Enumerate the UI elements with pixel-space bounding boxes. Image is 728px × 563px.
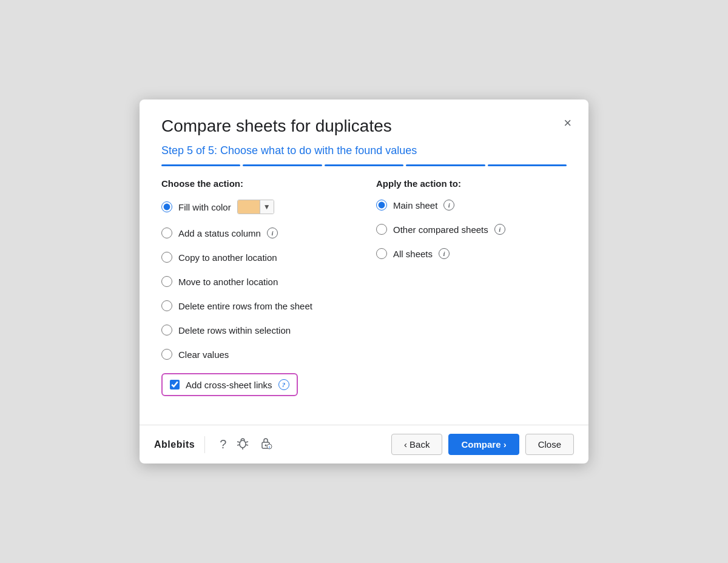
- close-icon[interactable]: ×: [561, 114, 574, 132]
- info-icon-status[interactable]: i: [267, 228, 278, 238]
- info-icon-cross-sheet[interactable]: ?: [278, 379, 289, 390]
- progress-segment-2: [243, 164, 322, 166]
- radio-delete-rows[interactable]: [161, 300, 172, 311]
- option-other-sheets: Other compared sheets i: [376, 224, 567, 235]
- svg-line-1: [237, 442, 240, 442]
- progress-segment-1: [161, 164, 240, 166]
- close-button[interactable]: Close: [525, 434, 574, 455]
- label-delete-selection: Delete rows within selection: [178, 325, 291, 335]
- compare-button[interactable]: Compare ›: [448, 434, 519, 455]
- svg-line-2: [246, 442, 248, 442]
- option-all-sheets: All sheets i: [376, 248, 567, 259]
- footer-divider: [204, 436, 205, 453]
- radio-move-location[interactable]: [161, 276, 172, 287]
- progress-segment-4: [406, 164, 485, 166]
- option-status-column: Add a status column i: [161, 228, 352, 238]
- label-copy-location: Copy to another location: [178, 252, 277, 263]
- dialog-title: Compare sheets for duplicates: [161, 116, 567, 136]
- dialog-footer: Ablebits ? i ‹ Back Com: [140, 425, 588, 464]
- option-clear-values: Clear values: [161, 349, 352, 360]
- cross-sheet-links-row: Add cross-sheet links ?: [161, 373, 298, 396]
- label-clear-values: Clear values: [178, 349, 229, 360]
- step-label-prefix: Step 5 of 5:: [161, 144, 220, 157]
- progress-bar: [161, 164, 567, 166]
- option-main-sheet: Main sheet i: [376, 200, 567, 211]
- bug-button[interactable]: [231, 435, 254, 454]
- brand-label: Ablebits: [154, 439, 195, 450]
- progress-segment-5: [488, 164, 567, 166]
- svg-point-7: [265, 445, 267, 447]
- radio-clear-values[interactable]: [161, 349, 172, 360]
- radio-all-sheets[interactable]: [376, 248, 387, 259]
- step-label: Step 5 of 5: Choose what to do with the …: [161, 144, 567, 157]
- help-button[interactable]: ?: [215, 436, 231, 453]
- info-icon-main-sheet[interactable]: i: [443, 200, 454, 211]
- right-column: Apply the action to: Main sheet i Other …: [376, 178, 567, 413]
- info-icon-other-sheets[interactable]: i: [494, 224, 505, 235]
- radio-copy-location[interactable]: [161, 252, 172, 263]
- radio-main-sheet[interactable]: [376, 200, 387, 211]
- radio-other-sheets[interactable]: [376, 224, 387, 235]
- label-move-location: Move to another location: [178, 277, 278, 287]
- label-status-column: Add a status column: [178, 228, 261, 238]
- info-icon-all-sheets[interactable]: i: [439, 248, 450, 259]
- columns-container: Choose the action: Fill with color ▼ Add…: [161, 178, 567, 413]
- svg-line-3: [237, 445, 240, 445]
- checkbox-cross-sheet-links[interactable]: [170, 380, 180, 389]
- step-label-text: Choose what to do with the found values: [220, 144, 417, 157]
- color-dropdown[interactable]: ▼: [260, 200, 274, 214]
- left-col-header: Choose the action:: [161, 178, 352, 189]
- option-move-location: Move to another location: [161, 276, 352, 287]
- option-delete-selection: Delete rows within selection: [161, 325, 352, 335]
- option-fill-color: Fill with color ▼: [161, 200, 352, 214]
- back-button[interactable]: ‹ Back: [391, 434, 443, 455]
- label-all-sheets: All sheets: [393, 249, 433, 259]
- radio-status-column[interactable]: [161, 228, 172, 238]
- radio-delete-selection[interactable]: [161, 325, 172, 335]
- progress-segment-3: [325, 164, 403, 166]
- color-swatch[interactable]: ▼: [237, 200, 274, 214]
- svg-point-0: [240, 440, 246, 448]
- label-delete-rows: Delete entire rows from the sheet: [178, 301, 312, 311]
- dialog-content: Choose the action: Fill with color ▼ Add…: [140, 166, 588, 425]
- privacy-button[interactable]: i: [254, 435, 277, 454]
- option-delete-rows: Delete entire rows from the sheet: [161, 300, 352, 311]
- label-fill-color: Fill with color: [178, 202, 231, 212]
- radio-fill-color[interactable]: [161, 201, 172, 212]
- compare-dialog: Compare sheets for duplicates × Step 5 o…: [140, 99, 588, 464]
- label-cross-sheet-links: Add cross-sheet links: [186, 380, 272, 390]
- right-col-header: Apply the action to:: [376, 178, 567, 189]
- label-main-sheet: Main sheet: [393, 200, 437, 211]
- dialog-header: Compare sheets for duplicates × Step 5 o…: [140, 99, 588, 166]
- color-box: [238, 200, 260, 214]
- svg-line-4: [246, 445, 248, 445]
- option-copy-location: Copy to another location: [161, 252, 352, 263]
- label-other-sheets: Other compared sheets: [393, 224, 488, 235]
- left-column: Choose the action: Fill with color ▼ Add…: [161, 178, 352, 413]
